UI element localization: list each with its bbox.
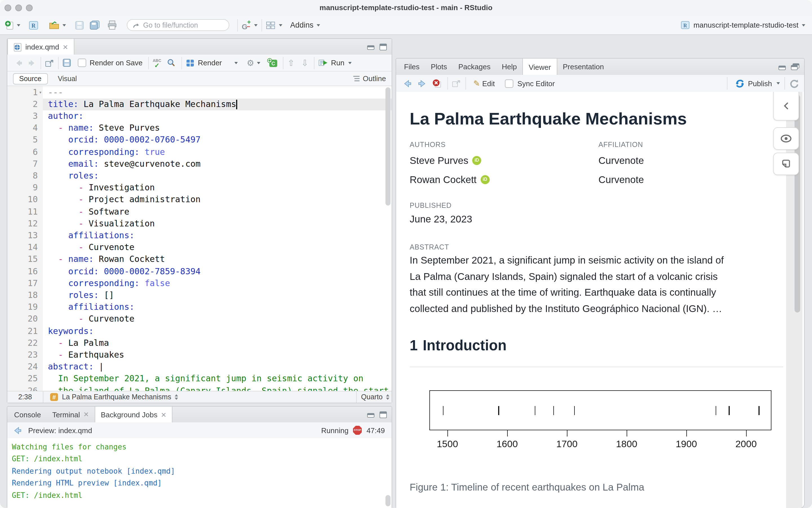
sync-editor-checkbox[interactable] [505, 79, 513, 88]
tab-help[interactable]: Help [496, 58, 523, 75]
back-icon[interactable] [14, 59, 23, 67]
save-all-button[interactable] [90, 20, 100, 30]
close-jobs-icon[interactable]: ✕ [161, 411, 166, 419]
spellcheck-button[interactable]: ABC✓ [153, 58, 161, 68]
popout-icon[interactable] [452, 79, 461, 87]
open-file-button[interactable] [48, 20, 60, 30]
tab-files[interactable]: Files [398, 58, 425, 75]
gear-icon[interactable]: ⚙ [247, 58, 254, 68]
tab-index-qmd[interactable]: index.qmd ✕ [7, 39, 74, 55]
code-line[interactable]: 8 roles: [7, 170, 392, 182]
code-line[interactable]: 2title: La Palma Earthquake Mechanisms [7, 98, 392, 110]
minimize-pane-icon[interactable] [367, 411, 375, 418]
tab-presentation[interactable]: Presentation [557, 58, 609, 75]
publish-dropdown[interactable] [776, 82, 780, 84]
forward-icon[interactable] [28, 59, 37, 67]
code-line[interactable]: 23 - Earthquakes [7, 349, 392, 361]
render-on-save-checkbox[interactable] [78, 58, 86, 67]
viewer-back-icon[interactable] [403, 79, 412, 88]
insert-chunk-icon[interactable]: C [267, 58, 278, 68]
popout-icon[interactable] [45, 59, 54, 67]
workspace-panes-button[interactable] [266, 21, 276, 29]
render-button[interactable]: Render [198, 58, 222, 67]
run-next-icon[interactable]: ⇩ [301, 58, 309, 68]
stop-job-icon[interactable]: STOP [353, 426, 362, 435]
run-previous-icon[interactable]: ⇧ [287, 58, 294, 68]
tab-plots[interactable]: Plots [425, 58, 453, 75]
orcid-icon[interactable]: iD [480, 175, 489, 184]
code-line[interactable]: 21keywords: [7, 325, 392, 337]
code-line[interactable]: 17 corresponding: false [7, 278, 392, 289]
run-button[interactable]: Run [331, 58, 344, 67]
tab-background-jobs[interactable]: Background Jobs✕ [95, 407, 173, 423]
code-line[interactable]: 5 orcid: 0000-0002-0760-5497 [7, 134, 392, 146]
clear-viewer-icon[interactable] [432, 79, 442, 88]
search-icon[interactable] [167, 58, 176, 67]
code-line[interactable]: 9 - Investigation [7, 182, 392, 194]
run-dropdown[interactable] [348, 62, 352, 64]
code-line[interactable]: 10 - Project administration [7, 194, 392, 206]
section-spinner-icon[interactable] [175, 394, 178, 400]
new-file-dropdown[interactable] [17, 24, 20, 26]
maximize-pane-icon[interactable] [379, 411, 387, 418]
tab-console[interactable]: Console [8, 407, 46, 422]
code-line[interactable]: 25 In September 2021, a significant jump… [7, 373, 392, 385]
editor-scrollbar[interactable] [385, 87, 391, 206]
code-line[interactable]: 20 - Curvenote [7, 313, 392, 325]
new-file-button[interactable] [4, 20, 14, 30]
version-control-button[interactable]: + − G [242, 19, 251, 31]
version-control-dropdown[interactable] [254, 24, 257, 26]
goto-file-search[interactable]: Go to file/function [127, 19, 229, 31]
orcid-icon[interactable]: iD [472, 156, 481, 165]
minimize-pane-icon[interactable] [367, 43, 375, 50]
code-line[interactable]: 16 orcid: 0000-0002-7859-8394 [7, 265, 392, 278]
code-line[interactable]: 19 affiliations: [7, 301, 392, 313]
tab-viewer[interactable]: Viewer [522, 58, 557, 76]
close-terminal-icon[interactable]: ✕ [83, 411, 89, 418]
code-line[interactable]: 15 - name: Rowan Cockett [7, 254, 392, 265]
addins-menu[interactable]: Addins [290, 21, 314, 29]
outline-toggle[interactable]: Outline [353, 74, 386, 83]
annotation-button[interactable] [773, 153, 799, 175]
viewer-content[interactable]: La Palma Earthquake Mechanisms AUTHORS A… [396, 92, 804, 508]
code-line[interactable]: 18 roles: [] [7, 290, 392, 301]
visibility-button[interactable] [773, 127, 799, 150]
section-jump-menu[interactable]: La Palma Earthquake Mechanisms [62, 393, 171, 401]
settings-dropdown[interactable] [257, 62, 260, 64]
render-dropdown[interactable] [234, 62, 238, 64]
code-line[interactable]: 4 - name: Steve Purves [7, 122, 392, 134]
tab-terminal[interactable]: Terminal✕ [46, 407, 94, 422]
visual-mode-button[interactable]: Visual [52, 74, 83, 84]
maximize-pane-icon[interactable] [379, 43, 387, 50]
viewer-forward-icon[interactable] [417, 79, 427, 88]
new-project-button[interactable]: R [28, 19, 39, 31]
fold-arrow-icon[interactable]: ▾ [39, 86, 44, 98]
back-icon[interactable] [13, 426, 23, 434]
open-file-dropdown[interactable] [63, 24, 66, 26]
print-button[interactable] [107, 20, 117, 30]
filetype-menu[interactable]: Quarto [361, 393, 382, 401]
console-scrollbar[interactable] [385, 495, 391, 506]
panes-dropdown[interactable] [279, 24, 282, 26]
code-line[interactable]: 14 - Curvenote [7, 242, 392, 253]
code-line[interactable]: 3author: [7, 111, 392, 122]
collapse-sidebar-button[interactable] [773, 92, 799, 121]
save-button[interactable] [75, 20, 84, 30]
code-line[interactable]: 7 email: steve@curvenote.com [7, 158, 392, 170]
filetype-spinner-icon[interactable] [386, 394, 390, 400]
restore-pane-icon[interactable] [790, 63, 800, 71]
code-line[interactable]: 24abstract: | [7, 361, 392, 373]
code-line[interactable]: 26 the island of La Palma (Canary Island… [7, 385, 392, 391]
code-line[interactable]: 13 affiliations: [7, 230, 392, 242]
code-line[interactable]: 1▾--- [7, 86, 392, 98]
code-line[interactable]: 22 - La Palma [7, 337, 392, 349]
project-menu[interactable]: R manuscript-template-rstudio-test [681, 20, 805, 30]
code-line[interactable]: 12 - Visualization [7, 218, 392, 229]
job-output[interactable]: Watching files for changesGET: /index.ht… [7, 438, 392, 508]
minimize-pane-icon[interactable] [778, 64, 786, 70]
source-mode-button[interactable]: Source [13, 73, 48, 84]
code-editor[interactable]: 1▾---2title: La Palma Earthquake Mechani… [7, 86, 392, 391]
tab-packages[interactable]: Packages [453, 58, 496, 75]
addins-dropdown[interactable] [317, 24, 320, 26]
close-tab-icon[interactable]: ✕ [63, 43, 68, 51]
